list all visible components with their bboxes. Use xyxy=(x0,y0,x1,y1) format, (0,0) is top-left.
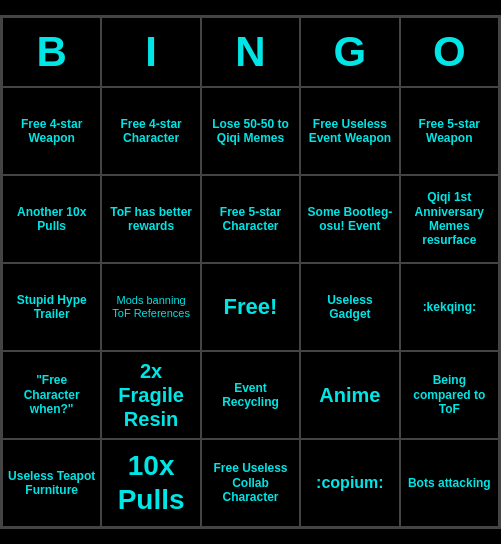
bingo-cell-16: 2x Fragile Resin xyxy=(101,351,200,439)
bingo-cell-21: 10x Pulls xyxy=(101,439,200,527)
bingo-cell-18: Anime xyxy=(300,351,399,439)
bingo-cell-17: Event Recycling xyxy=(201,351,300,439)
letter-o: O xyxy=(400,17,499,87)
bingo-cell-9: Qiqi 1st Anniversary Memes resurface xyxy=(400,175,499,263)
bingo-cell-1: Free 4-star Character xyxy=(101,87,200,175)
bingo-cell-22: Free Useless Collab Character xyxy=(201,439,300,527)
bingo-cell-24: Bots attacking xyxy=(400,439,499,527)
bingo-cell-8: Some Bootleg-osu! Event xyxy=(300,175,399,263)
letter-n: N xyxy=(201,17,300,87)
bingo-cell-15: "Free Character when?" xyxy=(2,351,101,439)
bingo-cell-20: Useless Teapot Furniture xyxy=(2,439,101,527)
bingo-header: B I N G O xyxy=(2,17,499,87)
bingo-cell-14: :kekqing: xyxy=(400,263,499,351)
bingo-cell-3: Free Useless Event Weapon xyxy=(300,87,399,175)
bingo-cell-0: Free 4-star Weapon xyxy=(2,87,101,175)
bingo-cell-19: Being compared to ToF xyxy=(400,351,499,439)
bingo-cell-11: Mods banning ToF References xyxy=(101,263,200,351)
bingo-card: B I N G O Free 4-star WeaponFree 4-star … xyxy=(0,15,501,529)
bingo-cell-23: :copium: xyxy=(300,439,399,527)
bingo-grid: Free 4-star WeaponFree 4-star CharacterL… xyxy=(2,87,499,527)
bingo-cell-2: Lose 50-50 to Qiqi Memes xyxy=(201,87,300,175)
bingo-cell-10: Stupid Hype Trailer xyxy=(2,263,101,351)
bingo-cell-7: Free 5-star Character xyxy=(201,175,300,263)
bingo-cell-5: Another 10x Pulls xyxy=(2,175,101,263)
bingo-cell-4: Free 5-star Weapon xyxy=(400,87,499,175)
letter-g: G xyxy=(300,17,399,87)
letter-b: B xyxy=(2,17,101,87)
letter-i: I xyxy=(101,17,200,87)
bingo-cell-13: Useless Gadget xyxy=(300,263,399,351)
bingo-cell-6: ToF has better rewards xyxy=(101,175,200,263)
bingo-cell-12: Free! xyxy=(201,263,300,351)
